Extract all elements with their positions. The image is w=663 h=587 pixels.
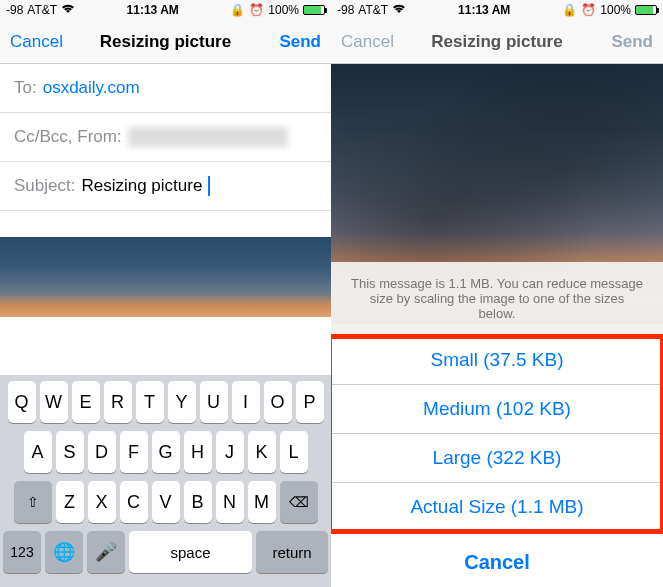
key-r[interactable]: R [104, 381, 132, 423]
cancel-button[interactable]: Cancel [10, 32, 70, 52]
to-value: osxdaily.com [43, 78, 140, 98]
battery-icon [303, 5, 325, 15]
orientation-lock-icon: 🔒 [230, 3, 245, 17]
wifi-icon [61, 3, 75, 17]
keyboard-row-2: A S D F G H J K L [3, 431, 328, 473]
nav-title: Resizing picture [401, 32, 593, 52]
key-b[interactable]: B [184, 481, 212, 523]
key-h[interactable]: H [184, 431, 212, 473]
size-option-small[interactable]: Small (37.5 KB) [331, 336, 663, 385]
key-t[interactable]: T [136, 381, 164, 423]
wifi-icon [392, 3, 406, 17]
key-g[interactable]: G [152, 431, 180, 473]
key-l[interactable]: L [280, 431, 308, 473]
key-o[interactable]: O [264, 381, 292, 423]
keyboard: Q W E R T Y U I O P A S D F G H J K L [0, 375, 331, 587]
size-option-actual[interactable]: Actual Size (1.1 MB) [331, 483, 663, 532]
carrier-label: AT&T [358, 3, 388, 17]
signal-strength: -98 [337, 3, 354, 17]
send-button: Send [593, 32, 653, 52]
status-bar: -98 AT&T 11:13 AM 🔒 ⏰ 100% [0, 0, 331, 20]
message-body[interactable] [0, 211, 331, 317]
subject-field[interactable]: Subject: Resizing picture [0, 162, 331, 211]
battery-pct: 100% [600, 3, 631, 17]
battery-pct: 100% [268, 3, 299, 17]
key-z[interactable]: Z [56, 481, 84, 523]
nav-title: Resizing picture [70, 32, 261, 52]
attached-photo[interactable] [0, 237, 331, 317]
sheet-options: Small (37.5 KB) Medium (102 KB) Large (3… [331, 336, 663, 532]
key-n[interactable]: N [216, 481, 244, 523]
key-e[interactable]: E [72, 381, 100, 423]
size-option-medium[interactable]: Medium (102 KB) [331, 385, 663, 434]
keyboard-row-4: 123 🌐 🎤 space return [3, 531, 328, 573]
nav-bar: Cancel Resizing picture Send [331, 20, 663, 64]
ccbcc-field[interactable]: Cc/Bcc, From: [0, 113, 331, 162]
key-j[interactable]: J [216, 431, 244, 473]
signal-strength: -98 [6, 3, 23, 17]
key-u[interactable]: U [200, 381, 228, 423]
text-cursor [208, 176, 210, 196]
keyboard-row-3: ⇧ Z X C V B N M ⌫ [3, 481, 328, 523]
resize-action-sheet: This message is 1.1 MB. You can reduce m… [331, 262, 663, 587]
size-option-large[interactable]: Large (322 KB) [331, 434, 663, 483]
key-c[interactable]: C [120, 481, 148, 523]
key-v[interactable]: V [152, 481, 180, 523]
sheet-cancel-button[interactable]: Cancel [331, 538, 663, 587]
key-return[interactable]: return [256, 531, 328, 573]
alarm-icon: ⏰ [249, 3, 264, 17]
key-f[interactable]: F [120, 431, 148, 473]
key-p[interactable]: P [296, 381, 324, 423]
cancel-button: Cancel [341, 32, 401, 52]
key-mic[interactable]: 🎤 [87, 531, 125, 573]
carrier-label: AT&T [27, 3, 57, 17]
key-y[interactable]: Y [168, 381, 196, 423]
resize-sheet-screen: -98 AT&T 11:13 AM 🔒 ⏰ 100% Cancel Resizi… [331, 0, 663, 587]
key-shift[interactable]: ⇧ [14, 481, 52, 523]
from-value-redacted [128, 127, 288, 147]
key-q[interactable]: Q [8, 381, 36, 423]
orientation-lock-icon: 🔒 [562, 3, 577, 17]
compose-screen: -98 AT&T 11:13 AM 🔒 ⏰ 100% Cancel Resizi… [0, 0, 331, 587]
key-d[interactable]: D [88, 431, 116, 473]
ccbcc-label: Cc/Bcc, From: [14, 127, 122, 147]
key-k[interactable]: K [248, 431, 276, 473]
sheet-message: This message is 1.1 MB. You can reduce m… [331, 262, 663, 336]
nav-bar: Cancel Resizing picture Send [0, 20, 331, 64]
subject-label: Subject: [14, 176, 75, 196]
subject-value: Resizing picture [81, 176, 202, 196]
to-field[interactable]: To: osxdaily.com [0, 64, 331, 113]
key-a[interactable]: A [24, 431, 52, 473]
key-i[interactable]: I [232, 381, 260, 423]
key-numbers[interactable]: 123 [3, 531, 41, 573]
key-m[interactable]: M [248, 481, 276, 523]
send-button[interactable]: Send [261, 32, 321, 52]
keyboard-row-1: Q W E R T Y U I O P [3, 381, 328, 423]
status-time: 11:13 AM [458, 3, 510, 17]
alarm-icon: ⏰ [581, 3, 596, 17]
key-space[interactable]: space [129, 531, 252, 573]
key-s[interactable]: S [56, 431, 84, 473]
key-globe[interactable]: 🌐 [45, 531, 83, 573]
to-label: To: [14, 78, 37, 98]
key-x[interactable]: X [88, 481, 116, 523]
status-time: 11:13 AM [127, 3, 179, 17]
key-delete[interactable]: ⌫ [280, 481, 318, 523]
battery-icon [635, 5, 657, 15]
status-bar: -98 AT&T 11:13 AM 🔒 ⏰ 100% [331, 0, 663, 20]
key-w[interactable]: W [40, 381, 68, 423]
